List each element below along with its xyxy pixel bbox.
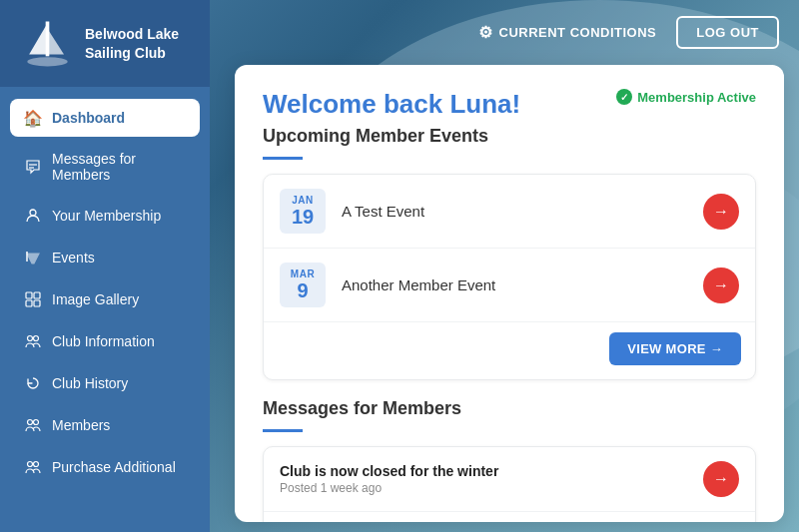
sidebar-item-members[interactable]: Members — [10, 406, 200, 444]
svg-point-15 — [28, 420, 33, 425]
sidebar-item-gallery[interactable]: Image Gallery — [10, 280, 200, 318]
event-date-badge: Jan 19 — [280, 189, 326, 234]
content-card: Welcome back Luna! ✓ Membership Active U… — [235, 65, 784, 522]
view-more-row: VIEW MORE → — [264, 322, 755, 379]
sidebar-item-label: Members — [52, 417, 110, 433]
message-time: Posted 1 week ago — [280, 481, 687, 495]
main-content: Welcome back Luna! ✓ Membership Active U… — [235, 65, 784, 522]
sidebar-item-purchase[interactable]: Purchase Additional — [10, 448, 200, 486]
event-day: 19 — [290, 206, 316, 228]
sidebar-item-membership[interactable]: Your Membership — [10, 197, 200, 235]
event-row: Jan 19 A Test Event → — [264, 175, 755, 249]
event-month: Jan — [290, 195, 316, 206]
sidebar-item-label: Dashboard — [52, 110, 125, 126]
event-arrow-button[interactable]: → — [703, 267, 739, 303]
logo-text: Belwood Lake Sailing Club — [85, 25, 179, 61]
svg-point-6 — [30, 210, 36, 216]
svg-rect-9 — [26, 292, 32, 298]
view-more-button[interactable]: VIEW MORE → — [609, 332, 741, 365]
svg-point-18 — [34, 462, 39, 467]
event-day: 9 — [290, 279, 316, 301]
sidebar-item-events[interactable]: Events — [10, 239, 200, 276]
event-date-badge: Mar 9 — [280, 263, 326, 307]
events-icon — [24, 249, 42, 266]
event-arrow-button[interactable]: → — [703, 194, 739, 230]
messages-section: Messages for Members Club is now closed … — [263, 398, 756, 522]
svg-point-13 — [28, 336, 33, 341]
members-icon — [24, 416, 42, 434]
message-row: Club is now closed for the winter Posted… — [264, 447, 755, 512]
sidebar-item-label: Purchase Additional — [52, 459, 176, 475]
sidebar-item-label: Club History — [52, 375, 128, 391]
membership-icon — [24, 207, 42, 225]
sidebar-item-club-history[interactable]: Club History — [10, 364, 200, 402]
messages-icon — [24, 158, 42, 176]
message-title: Club is now closed for the winter — [280, 463, 687, 479]
svg-marker-1 — [48, 29, 65, 55]
events-underline — [263, 157, 303, 160]
membership-status-text: Membership Active — [637, 90, 756, 105]
membership-badge: ✓ Membership Active — [616, 89, 756, 105]
logo-area: Belwood Lake Sailing Club — [0, 0, 210, 87]
svg-marker-7 — [27, 254, 39, 264]
message-arrow-button[interactable]: → — [703, 461, 739, 497]
events-container: Jan 19 A Test Event → Mar 9 Another Memb… — [263, 174, 756, 380]
events-section-title: Upcoming Member Events — [263, 126, 756, 147]
message-row: → — [264, 512, 755, 522]
logo-icon — [20, 16, 75, 71]
current-conditions-button[interactable]: ⚙ CURRENT CONDITIONS — [478, 23, 656, 42]
logout-button[interactable]: LOG OUT — [676, 16, 779, 49]
event-name: Another Member Event — [342, 276, 687, 293]
sidebar-item-club-info[interactable]: Club Information — [10, 322, 200, 360]
home-icon: 🏠 — [24, 109, 42, 127]
gallery-icon — [24, 290, 42, 308]
svg-rect-2 — [46, 22, 50, 57]
svg-rect-12 — [34, 300, 40, 306]
message-text: Club is now closed for the winter Posted… — [280, 463, 687, 495]
sidebar-item-label: Events — [52, 250, 95, 266]
club-history-icon — [24, 374, 42, 392]
conditions-icon: ⚙ — [478, 23, 493, 42]
sidebar: Belwood Lake Sailing Club 🏠 Dashboard Me… — [0, 0, 210, 532]
svg-point-17 — [28, 462, 33, 467]
svg-marker-0 — [29, 23, 47, 54]
conditions-label: CURRENT CONDITIONS — [499, 25, 657, 40]
welcome-title: Welcome back Luna! — [263, 89, 520, 120]
sidebar-item-label: Your Membership — [52, 208, 161, 224]
topbar: ⚙ CURRENT CONDITIONS LOG OUT — [210, 0, 799, 65]
sidebar-item-dashboard[interactable]: 🏠 Dashboard — [10, 99, 200, 137]
sidebar-item-label: Image Gallery — [52, 291, 139, 307]
purchase-icon — [24, 458, 42, 476]
sidebar-item-label: Club Information — [52, 333, 155, 349]
sidebar-item-label: Messages for Members — [52, 151, 186, 183]
sidebar-navigation: 🏠 Dashboard Messages for Members Your Me… — [0, 87, 210, 532]
club-info-icon — [24, 332, 42, 350]
svg-point-3 — [27, 57, 67, 66]
welcome-header: Welcome back Luna! ✓ Membership Active — [263, 89, 756, 120]
check-icon: ✓ — [616, 89, 632, 105]
event-name: A Test Event — [342, 203, 687, 220]
event-month: Mar — [290, 268, 316, 279]
svg-rect-11 — [26, 300, 32, 306]
svg-point-14 — [34, 336, 39, 341]
svg-rect-10 — [34, 292, 40, 298]
sidebar-item-messages[interactable]: Messages for Members — [10, 141, 200, 193]
messages-container: Club is now closed for the winter Posted… — [263, 446, 756, 522]
messages-section-title: Messages for Members — [263, 398, 756, 419]
messages-underline — [263, 429, 303, 432]
event-row: Mar 9 Another Member Event → — [264, 249, 755, 322]
svg-point-16 — [34, 420, 39, 425]
